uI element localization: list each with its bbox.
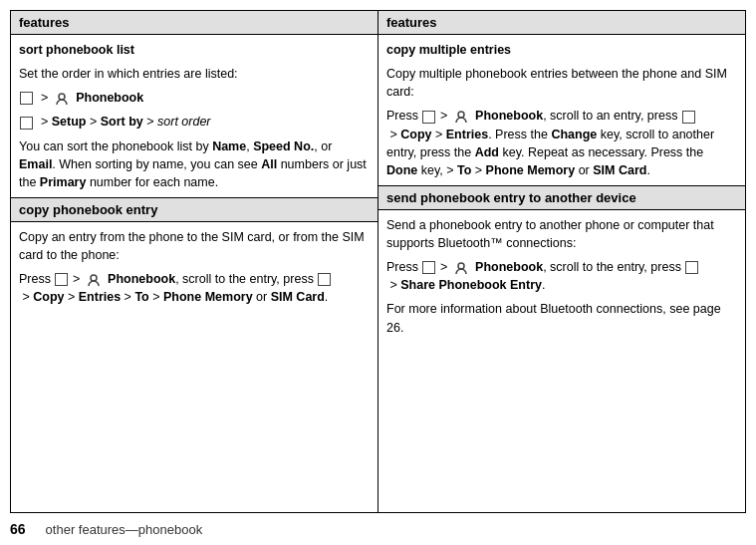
sort-menu-line1: > Phonebook xyxy=(19,89,370,107)
section-header-features-right: features xyxy=(378,11,745,35)
sort-menu-line2: > Setup > Sort by > sort order xyxy=(19,113,370,131)
svg-point-1 xyxy=(91,275,97,281)
phonebook-icon-1 xyxy=(55,92,69,106)
section-body-sort: sort phonebook list Set the order in whi… xyxy=(11,35,378,197)
menu-icon-5 xyxy=(422,111,435,124)
page: features sort phonebook list Set the ord… xyxy=(0,0,756,545)
svg-point-0 xyxy=(59,94,65,100)
svg-point-2 xyxy=(458,112,464,118)
right-column: features copy multiple entries Copy mult… xyxy=(378,11,745,512)
page-number: 66 xyxy=(10,521,26,537)
footer-section-label: other features—phonebook xyxy=(46,522,203,537)
menu-icon-3 xyxy=(55,273,68,286)
send-phonebook-body: Send a phonebook entry to another phone … xyxy=(378,210,745,343)
copy-entry-intro: Copy an entry from the phone to the SIM … xyxy=(19,228,370,264)
sort-subheader: sort phonebook list xyxy=(19,43,134,57)
svg-point-3 xyxy=(458,263,464,269)
copy-multiple-body: copy multiple entries Copy multiple phon… xyxy=(378,35,745,185)
left-column: features sort phonebook list Set the ord… xyxy=(11,11,378,512)
section-copy-multiple: features copy multiple entries Copy mult… xyxy=(378,11,745,186)
copy-multiple-intro: Copy multiple phonebook entries between … xyxy=(386,65,737,101)
send-phonebook-intro: Send a phonebook entry to another phone … xyxy=(386,216,737,252)
sort-intro: Set the order in which entries are liste… xyxy=(19,65,370,83)
menu-icon-7 xyxy=(422,261,435,274)
menu-icon-6 xyxy=(682,111,695,124)
menu-icon-2 xyxy=(20,117,33,130)
copy-entry-body: Copy an entry from the phone to the SIM … xyxy=(11,222,378,313)
section-send-phonebook: send phonebook entry to another device S… xyxy=(378,186,745,512)
section-copy-entry: copy phonebook entry Copy an entry from … xyxy=(11,198,378,512)
copy-multiple-subheader: copy multiple entries xyxy=(386,43,511,57)
send-phonebook-instructions: Press > Phonebook, scroll to the entry, … xyxy=(386,258,737,294)
phonebook-icon-4 xyxy=(454,261,468,275)
menu-icon-8 xyxy=(685,261,698,274)
sort-description: You can sort the phonebook list by Name,… xyxy=(19,137,370,191)
send-phonebook-header: send phonebook entry to another device xyxy=(378,186,745,210)
phonebook-icon-2 xyxy=(87,273,101,287)
menu-icon-1 xyxy=(20,92,33,105)
main-table: features sort phonebook list Set the ord… xyxy=(10,10,746,513)
section-header-features-left: features xyxy=(11,11,378,35)
phonebook-icon-3 xyxy=(454,110,468,124)
copy-multiple-instructions: Press > Phonebook, scroll to an entry, p… xyxy=(386,107,737,179)
copy-entry-instructions: Press > Phonebook, scroll to the entry, … xyxy=(19,270,370,306)
copy-entry-header: copy phonebook entry xyxy=(11,198,378,222)
send-phonebook-more-info: For more information about Bluetooth con… xyxy=(386,300,737,336)
menu-icon-4 xyxy=(318,273,331,286)
footer: 66 other features—phonebook xyxy=(0,513,756,545)
section-sort-phonebook: features sort phonebook list Set the ord… xyxy=(11,11,378,198)
